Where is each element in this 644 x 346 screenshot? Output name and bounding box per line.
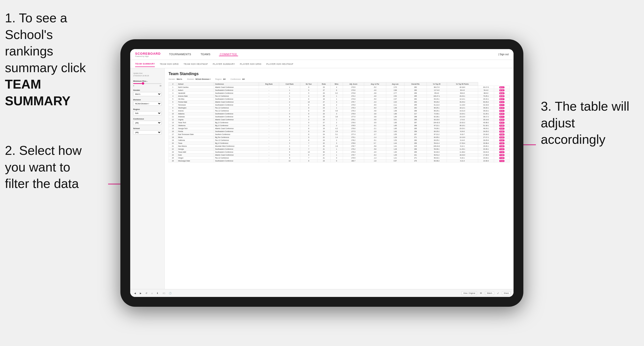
table-cell: 95-6-0 (426, 92, 447, 95)
table-cell: 39-20-1 (478, 107, 494, 109)
filter-division-select[interactable]: NCAA Division I NCAA Division II (133, 102, 162, 106)
table-cell: 267 (404, 133, 426, 136)
table-cell: 13-24-1 (447, 112, 478, 115)
view-original-button[interactable]: View: Original (462, 291, 477, 295)
toolbar-expand[interactable]: ⤢ (496, 292, 500, 295)
table-cell: 9 (300, 130, 318, 133)
table-cell: Alabama (177, 112, 214, 115)
table-cell: 265 (404, 95, 426, 98)
nav-item-committee[interactable]: COMMITTEE (219, 53, 238, 56)
watch-button[interactable]: Watch (485, 291, 494, 295)
table-cell: Southeastern Conference (214, 160, 259, 163)
filter-conference-select[interactable]: (All) (133, 121, 162, 125)
table-cell: 80.71 (494, 115, 510, 118)
table-cell: 269 (404, 92, 426, 95)
col-school: School (177, 82, 214, 86)
table-cell: 22 (318, 142, 330, 145)
instruction-2-line1: 2. Select how (5, 143, 82, 158)
sub-nav-team-summary[interactable]: TEAM SUMMARY (135, 61, 155, 67)
table-cell: 274.8 (343, 98, 364, 101)
table-cell: - (259, 95, 279, 98)
table-cell: 255 (404, 104, 426, 107)
table-cell: 1.98 (386, 109, 404, 112)
toolbar-back[interactable]: ◀ (133, 292, 137, 295)
table-cell: 2.70 (386, 86, 404, 89)
filter-gender-select[interactable]: Men's Women's (133, 92, 162, 96)
table-cell: 11-29-1 (447, 148, 478, 151)
table-cell: 23 (318, 92, 330, 95)
col-avg-low: Avg Low (386, 82, 404, 86)
table-cell: - (259, 145, 279, 148)
table-cell: 278.2 (343, 139, 364, 142)
table-cell: California (177, 139, 214, 142)
table-cell: North Carolina (177, 86, 214, 89)
tablet-screen: SCOREBOARD Powered by clippi TOURNAMENTS… (130, 49, 514, 297)
col-overall-rd: Overall Rd. (404, 82, 426, 86)
sub-nav-team-h2h-grid[interactable]: TEAM H2H GRID (160, 61, 179, 67)
table-cell: 17-33-4 (447, 142, 478, 145)
table-cell: 8 (300, 160, 318, 163)
table-cell: 23-13-0 (447, 115, 478, 118)
table-row: 6Florida StateAtlantic Coast Conference-… (169, 101, 510, 104)
sub-nav-team-h2h-heatmap[interactable]: TEAM H2H HEATMAP (184, 61, 208, 67)
table-cell: 269 (404, 151, 426, 154)
table-cell: 18 (318, 104, 330, 107)
filter-school-select[interactable]: (All) (133, 130, 162, 135)
table-cell: - (259, 157, 279, 160)
table-cell: - (259, 151, 279, 154)
table-cell: - (259, 124, 279, 127)
table-cell: - (259, 98, 279, 101)
table-cell: Southeastern Conference (214, 112, 259, 115)
table-cell: 89.11 (494, 86, 510, 89)
slider-max: 30 (160, 85, 162, 87)
table-cell: Texas Tech (177, 121, 214, 124)
table-cell: 269 (404, 142, 426, 145)
tablet-frame: SCOREBOARD Powered by clippi TOURNAMENTS… (120, 39, 523, 307)
table-cell: -5.1 (364, 139, 386, 142)
table-cell: 6 (279, 115, 300, 118)
sign-out-button[interactable]: | Sign out (498, 53, 508, 56)
table-cell: 8 (300, 104, 318, 107)
toolbar-clock[interactable]: 🕐 (168, 292, 172, 295)
sub-nav-player-h2h-heatmap[interactable]: PLAYER H2H HEATMAP (266, 61, 294, 67)
table-cell: -4.4 (364, 101, 386, 104)
table-cell: Southern Conference (214, 133, 259, 136)
toolbar-share-small[interactable]: ↑□ (162, 292, 166, 295)
table-cell: 88-6-0 (478, 92, 494, 95)
table-row: 21New MexicoMountain West Conference-172… (169, 145, 510, 148)
col-rank: # (169, 82, 177, 86)
nav-item-tournaments[interactable]: TOURNAMENTS (168, 53, 192, 56)
table-cell: 22 (169, 148, 177, 151)
table-cell: 74.91 (494, 142, 510, 145)
table-cell: 1.90 (386, 115, 404, 118)
sub-nav-player-summary[interactable]: PLAYER SUMMARY (213, 61, 235, 67)
toolbar-download[interactable]: ⬇ (156, 292, 160, 295)
table-cell: 1.55 (386, 133, 404, 136)
table-body: 1North CarolinaAtlantic Coast Conference… (169, 86, 510, 163)
table-row: 22GeorgiaSoutheastern Conference-8721127… (169, 148, 510, 151)
table-cell: 2 (169, 89, 177, 92)
toolbar-forward[interactable]: ▶ (139, 292, 142, 295)
table-cell: 74.54 (494, 148, 510, 151)
toolbar-reload[interactable]: ↺ (144, 292, 148, 295)
filter-region-select[interactable]: N/A All (133, 111, 162, 115)
instruction-2-line2: you want to (5, 160, 70, 174)
table-cell: 83-25-1 (426, 139, 447, 142)
table-cell: 1 (330, 118, 343, 121)
sub-nav-player-h2h-grid[interactable]: PLAYER H2H GRID (240, 61, 262, 67)
slider-thumb[interactable] (142, 82, 144, 85)
table-cell: 9 (279, 157, 300, 160)
nav-item-teams[interactable]: TEAMS (200, 53, 211, 56)
table-cell: 7 (300, 148, 318, 151)
filter-school-label: School (133, 127, 162, 130)
share-button[interactable]: Share (502, 291, 510, 295)
table-cell: 2 (279, 109, 300, 112)
table-cell: 7 (300, 157, 318, 160)
filter-division: Division NCAA Division I NCAA Division I… (133, 99, 162, 106)
table-cell: Southeastern Conference (214, 98, 259, 101)
toolbar-home[interactable]: ⌂ (150, 292, 154, 295)
table-cell: 109-24-2 (426, 145, 447, 148)
sub-nav: TEAM SUMMARY TEAM H2H GRID TEAM H2H HEAT… (130, 60, 514, 68)
table-cell: 2 (330, 124, 343, 127)
table-cell: 46-24-1 (478, 127, 494, 130)
